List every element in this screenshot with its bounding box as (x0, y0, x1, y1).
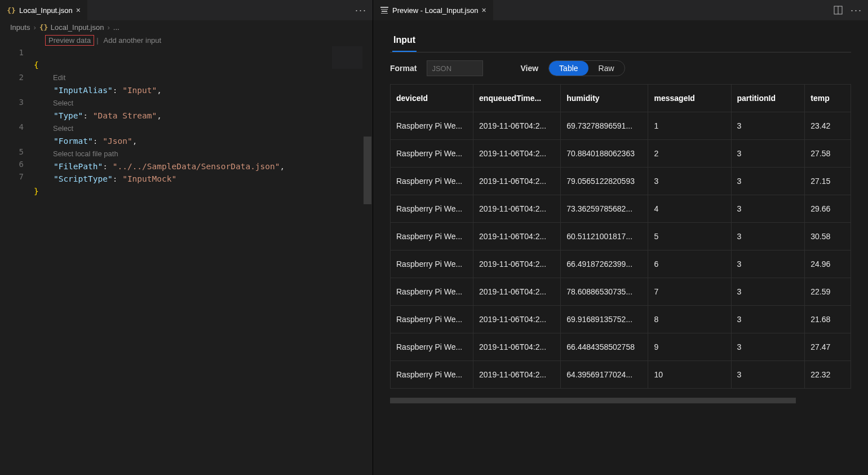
table-cell: 5 (648, 223, 731, 250)
col-header[interactable]: temp (805, 85, 851, 112)
toggle-table[interactable]: Table (549, 61, 588, 76)
close-icon[interactable]: × (76, 6, 81, 15)
table-cell: Raspberry Pi We... (391, 278, 473, 306)
table-cell: Raspberry Pi We... (391, 250, 473, 278)
vertical-scrollbar[interactable] (364, 46, 371, 475)
view-toggle: Table Raw (548, 60, 625, 76)
preview-tab[interactable]: Preview - Local_Input.json × (373, 0, 493, 20)
table-cell: 3 (731, 195, 805, 223)
codelens-add-input[interactable]: Add another input (101, 36, 165, 45)
table-cell: 22.59 (805, 278, 851, 306)
code-content[interactable]: { Edit "InputAlias": "Input", Select "Ty… (34, 46, 373, 475)
table-cell: 2019-11-06T04:2... (473, 140, 561, 168)
table-cell: 66.49187262399... (561, 250, 648, 278)
preview-body: Input Format View Table Raw deviceId enq… (373, 20, 868, 475)
format-input[interactable] (427, 60, 483, 76)
table-cell: Raspberry Pi We... (391, 361, 473, 389)
table-cell: 60.51121001817... (561, 223, 648, 250)
chevron-right-icon: › (33, 23, 36, 32)
table-row[interactable]: Raspberry Pi We...2019-11-06T04:2...64.3… (391, 361, 851, 389)
table-row[interactable]: Raspberry Pi We...2019-11-06T04:2...78.6… (391, 278, 851, 306)
codelens-hint[interactable]: Edit (34, 73, 65, 82)
table-cell: 2019-11-06T04:2... (473, 168, 561, 195)
table-cell: Raspberry Pi We... (391, 112, 473, 140)
table-cell: 3 (731, 250, 805, 278)
code-editor[interactable]: 1 2 3 4 567 { Edit "InputAlias": "Input"… (0, 46, 373, 475)
table-cell: 3 (648, 168, 731, 195)
table-cell: 2 (648, 140, 731, 168)
table-row[interactable]: Raspberry Pi We...2019-11-06T04:2...70.8… (391, 140, 851, 168)
table-cell: 21.68 (805, 306, 851, 333)
table-cell: 78.60886530735... (561, 278, 648, 306)
table-cell: 7 (648, 278, 731, 306)
table-row[interactable]: Raspberry Pi We...2019-11-06T04:2...60.5… (391, 223, 851, 250)
table-cell: 2019-11-06T04:2... (473, 278, 561, 306)
minimap[interactable] (332, 46, 362, 69)
table-row[interactable]: Raspberry Pi We...2019-11-06T04:2...79.0… (391, 168, 851, 195)
table-cell: 8 (648, 306, 731, 333)
format-label: Format (390, 64, 417, 73)
subtab-input[interactable]: Input (392, 32, 417, 52)
col-header[interactable]: enqueuedTime... (473, 85, 561, 112)
table-cell: 3 (731, 223, 805, 250)
close-icon[interactable]: × (481, 6, 486, 15)
table-cell: Raspberry Pi We... (391, 223, 473, 250)
table-row[interactable]: Raspberry Pi We...2019-11-06T04:2...66.4… (391, 250, 851, 278)
breadcrumb-file[interactable]: Local_Input.json (51, 23, 104, 32)
table-cell: 3 (731, 278, 805, 306)
table-cell: 3 (731, 112, 805, 140)
table-cell: 79.0565122820593 (561, 168, 648, 195)
scrollbar-thumb[interactable] (390, 398, 796, 403)
editor-tab[interactable]: {} Local_Input.json × (0, 0, 87, 20)
separator: | (95, 36, 99, 45)
data-table: deviceId enqueuedTime... humidity messag… (390, 84, 851, 389)
table-cell: 3 (731, 361, 805, 389)
json-file-icon: {} (39, 23, 47, 31)
table-row[interactable]: Raspberry Pi We...2019-11-06T04:2...69.9… (391, 306, 851, 333)
table-row[interactable]: Raspberry Pi We...2019-11-06T04:2...69.7… (391, 112, 851, 140)
table-cell: Raspberry Pi We... (391, 168, 473, 195)
breadcrumb-tail[interactable]: ... (113, 23, 119, 32)
data-table-wrap: deviceId enqueuedTime... humidity messag… (390, 84, 851, 468)
breadcrumb[interactable]: Inputs › {} Local_Input.json › ... (0, 20, 373, 34)
editor-tabbar: {} Local_Input.json × ··· (0, 0, 373, 20)
table-cell: 24.96 (805, 250, 851, 278)
col-header[interactable]: partitionId (731, 85, 805, 112)
table-cell: 22.32 (805, 361, 851, 389)
table-cell: 27.47 (805, 333, 851, 361)
codelens-hint[interactable]: Select local file path (34, 149, 118, 158)
more-actions-icon[interactable]: ··· (851, 5, 862, 16)
toggle-raw[interactable]: Raw (588, 61, 625, 76)
table-cell: 3 (731, 306, 805, 333)
codelens-hint[interactable]: Select (34, 124, 73, 133)
table-cell: 27.15 (805, 168, 851, 195)
scrollbar-thumb[interactable] (364, 137, 371, 204)
line-gutter: 1 2 3 4 567 (0, 46, 34, 475)
codelens-hint[interactable]: Select (34, 99, 73, 107)
table-header: deviceId enqueuedTime... humidity messag… (391, 85, 851, 112)
more-actions-icon[interactable]: ··· (355, 5, 367, 16)
col-header[interactable]: deviceId (391, 85, 473, 112)
horizontal-scrollbar[interactable] (390, 398, 851, 403)
preview-pane: Preview - Local_Input.json × ··· Input F… (373, 0, 868, 475)
preview-subtabs: Input (390, 32, 851, 52)
table-cell: 27.58 (805, 140, 851, 168)
json-file-icon: {} (7, 6, 16, 15)
table-cell: 64.39569177024... (561, 361, 648, 389)
split-editor-icon[interactable] (834, 6, 843, 15)
col-header[interactable]: messageId (648, 85, 731, 112)
table-cell: Raspberry Pi We... (391, 140, 473, 168)
table-cell: Raspberry Pi We... (391, 306, 473, 333)
table-cell: 6 (648, 250, 731, 278)
table-cell: 1 (648, 112, 731, 140)
preview-tabbar: Preview - Local_Input.json × ··· (373, 0, 868, 20)
editor-pane: {} Local_Input.json × ··· Inputs › {} Lo… (0, 0, 373, 475)
table-row[interactable]: Raspberry Pi We...2019-11-06T04:2...66.4… (391, 333, 851, 361)
breadcrumb-root[interactable]: Inputs (10, 23, 30, 32)
codelens-preview-data[interactable]: Preview data (45, 35, 94, 46)
table-cell: 29.66 (805, 195, 851, 223)
table-cell: 2019-11-06T04:2... (473, 361, 561, 389)
table-row[interactable]: Raspberry Pi We...2019-11-06T04:2...73.3… (391, 195, 851, 223)
table-cell: 66.4484358502758 (561, 333, 648, 361)
col-header[interactable]: humidity (561, 85, 648, 112)
